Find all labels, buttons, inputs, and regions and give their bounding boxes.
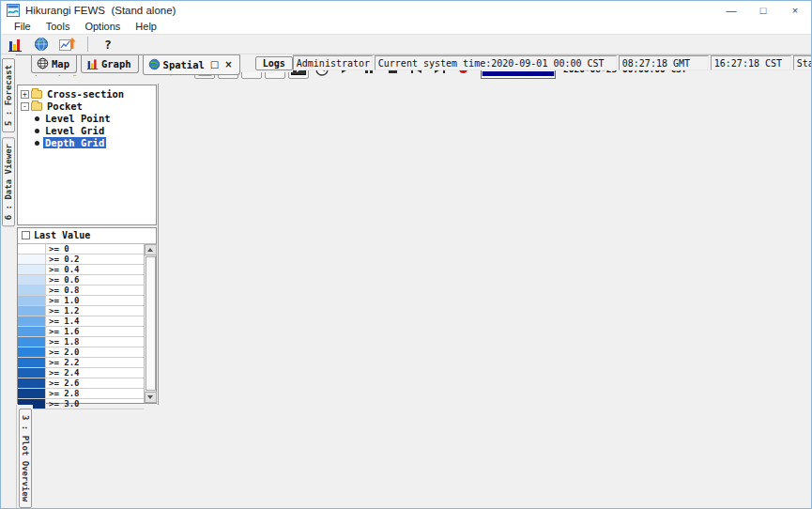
legend-row: >= 2.6: [18, 378, 144, 389]
tab-map[interactable]: Map: [31, 55, 77, 73]
right-tab-strip: 3 : Plot Overview: [16, 405, 33, 508]
legend-row: >= 1.4: [18, 316, 144, 327]
legend-row: >= 2.4: [18, 368, 144, 378]
legend-row: >= 1.2: [18, 306, 144, 316]
bullet-icon: [35, 141, 39, 146]
chart-arrow-icon: [59, 37, 76, 52]
bar-chart-icon: [86, 57, 99, 69]
legend-swatch: [18, 316, 46, 326]
legend-swatch: [18, 265, 46, 274]
last-value-checkbox[interactable]: [22, 231, 30, 239]
left-tab-strip: 5 : Forecast 6 : Data Viewer: [1, 54, 16, 508]
window-title: Hikurangi FEWS (Stand alone): [25, 5, 176, 16]
legend-row: >= 0.2: [18, 254, 144, 265]
app-window: Hikurangi FEWS (Stand alone) — □ × File …: [0, 0, 812, 509]
workspace: 5 : Forecast 6 : Data Viewer: [1, 54, 811, 508]
legend-swatch: [18, 275, 46, 285]
scroll-down-button[interactable]: [145, 392, 157, 403]
tab-plot-overview[interactable]: 3 : Plot Overview: [19, 409, 32, 508]
legend-swatch: [18, 285, 46, 295]
globe-icon: [148, 58, 161, 70]
legend-swatch: [18, 296, 46, 305]
legend-rows: >= 0 >= 0.2 >= 0.4 >= 0.6 >= 0.8 >= 1.0 …: [18, 244, 144, 403]
legend-row: >= 2.2: [18, 358, 144, 368]
status-system-time: Current system time:2020-09-01 00:00 CST: [375, 55, 617, 70]
tab-data-viewer[interactable]: 6 : Data Viewer: [2, 137, 15, 226]
menu-file[interactable]: File: [7, 21, 38, 32]
question-mark-icon: ?: [104, 38, 112, 52]
legend-row: >= 1.6: [18, 327, 144, 337]
bar-chart-icon: [8, 37, 23, 52]
collapse-icon[interactable]: -: [21, 102, 29, 111]
database-display-button[interactable]: [5, 36, 25, 53]
status-bar: Administrator Current system time:2020-0…: [293, 54, 812, 70]
tree-item-cross-section[interactable]: + Cross-section: [20, 88, 156, 100]
menu-bar: File Tools Options Help: [1, 19, 811, 35]
help-button[interactable]: ?: [98, 36, 118, 53]
title-bar: Hikurangi FEWS (Stand alone) — □ ×: [1, 1, 811, 19]
menu-help[interactable]: Help: [128, 21, 164, 32]
wire-globe-icon: [37, 57, 49, 69]
left-panel: + Cross-section - Pocket Level Point: [16, 84, 159, 405]
tab-forecast[interactable]: 5 : Forecast: [2, 58, 15, 132]
tree-item-pocket[interactable]: - Pocket: [20, 100, 156, 112]
status-user: Administrator: [293, 55, 373, 70]
legend-row: >= 0.6: [18, 275, 144, 285]
status-local-time: 16:27:18 CST: [711, 55, 791, 70]
tab-spatial[interactable]: Spatial □ ×: [143, 55, 240, 75]
legend-header: Last Value: [18, 228, 156, 244]
expand-icon[interactable]: +: [21, 90, 29, 99]
logs-button[interactable]: Logs: [255, 56, 293, 70]
tree-item-level-point[interactable]: Level Point: [20, 113, 156, 124]
scroll-up-button[interactable]: [145, 244, 157, 255]
legend-row: >= 1.8: [18, 337, 144, 347]
close-panel-button[interactable]: ×: [224, 59, 232, 69]
menu-options[interactable]: Options: [77, 21, 128, 32]
legend-swatch: [18, 306, 46, 316]
menu-tools[interactable]: Tools: [38, 21, 78, 32]
legend-row: >= 2.8: [18, 389, 144, 399]
scrollbar-thumb[interactable]: [146, 256, 156, 391]
app-logo-icon: [7, 4, 20, 17]
arrow-up-icon: [147, 248, 153, 252]
legend-swatch: [18, 389, 46, 398]
legend-row: >= 3.0: [18, 399, 144, 409]
legend-title: Last Value: [34, 230, 90, 240]
legend-row: >= 2.0: [18, 347, 144, 358]
legend-swatch: [18, 254, 46, 264]
status-mode: Stand alone: [793, 55, 812, 70]
legend-row: >= 0.4: [18, 265, 144, 275]
legend-swatch: [18, 368, 46, 378]
bottom-tab-bar: Map Graph Spatial □ ×: [16, 54, 240, 75]
bullet-icon: [35, 116, 39, 121]
main-toolbar: ?: [1, 35, 811, 54]
tab-graph[interactable]: Graph: [81, 55, 139, 73]
minimize-button[interactable]: —: [715, 1, 747, 19]
folder-icon: [31, 102, 42, 111]
tree-item-level-grid[interactable]: Level Grid: [20, 125, 156, 136]
status-gmt-time: 08:27:18 GMT: [619, 55, 709, 70]
legend-row: >= 0.8: [18, 285, 144, 296]
legend-panel: Last Value >= 0 >= 0.2 >= 0.4 >= 0.6 >= …: [17, 227, 157, 404]
legend-swatch: [18, 358, 46, 367]
bullet-icon: [35, 129, 39, 133]
legend-swatch: [18, 378, 46, 388]
folder-icon: [31, 90, 42, 99]
tree-item-depth-grid[interactable]: Depth Grid: [20, 137, 156, 148]
float-panel-button[interactable]: □: [210, 59, 219, 69]
map-display-button[interactable]: [31, 36, 52, 53]
globe-icon: [34, 37, 49, 52]
maximize-button[interactable]: □: [747, 1, 779, 19]
legend-swatch: [18, 347, 46, 357]
legend-scrollbar[interactable]: [144, 244, 156, 403]
legend-swatch: [18, 337, 46, 347]
layer-tree: + Cross-section - Pocket Level Point: [17, 85, 157, 225]
timeseries-display-button[interactable]: [57, 36, 78, 53]
legend-swatch: [18, 244, 46, 254]
close-button[interactable]: ×: [779, 1, 811, 19]
legend-row: >= 0: [18, 244, 144, 254]
logs-row: Logs: [240, 54, 293, 72]
toolbar-separator: [87, 37, 88, 52]
legend-swatch: [18, 327, 46, 336]
arrow-down-icon: [147, 395, 153, 399]
